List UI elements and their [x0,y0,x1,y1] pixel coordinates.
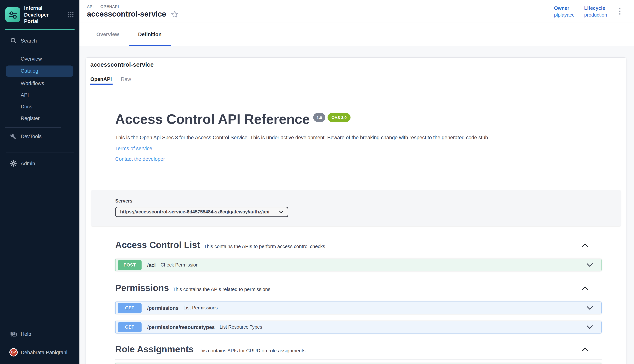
definition-card: accesscontrol-service OpenAPI Raw Access… [86,58,626,364]
api-description: This is the Open Api Spec 3 for the Acce… [115,134,602,141]
sidebar-divider [5,50,60,50]
sidebar-divider [5,127,60,128]
sidebar-item-admin[interactable]: Admin [0,158,80,169]
operation-path: /permissions [147,305,179,311]
api-title: Access Control API Reference [115,112,310,127]
tab-raw[interactable]: Raw [121,76,131,85]
sidebar-item-label: Docs [21,104,32,109]
sidebar-item-label: Register [21,115,40,121]
section-header[interactable]: Access Control List This contains the AP… [115,240,602,256]
chevron-up-icon[interactable] [582,348,588,352]
sidebar-item-label: DevTools [21,134,42,139]
method-badge: GET [118,322,142,332]
api-sections: Access Control List This contains the AP… [86,240,626,364]
operation-row[interactable]: GET /permissions/resourcetypes List Reso… [115,321,602,334]
entity-header-right: Owner plplayacc Lifecycle production [554,5,623,18]
entity-header-left: API — OPENAPI accesscontrol-service [87,4,178,18]
sidebar-item-devtools[interactable]: DevTools [0,130,80,142]
section-header[interactable]: Permissions This contains the APIs relat… [115,283,602,298]
help-label: Help [21,331,31,337]
sidebar-item-search[interactable]: Search [0,35,80,46]
owner-block: Owner plplayacc [554,5,574,18]
chevron-down-icon[interactable] [586,263,593,267]
section-permissions: Permissions This contains the APIs relat… [115,283,602,334]
app-launcher-icon[interactable] [68,12,74,18]
definition-sub-tabs: OpenAPI Raw [90,76,622,85]
sidebar-item-label: Workflows [21,80,44,86]
svg-text:?: ? [12,332,14,335]
method-badge: POST [118,260,142,270]
search-icon [10,37,17,44]
sidebar-item-label: Catalog [21,68,38,74]
operation-summary: List Resource Types [220,325,262,330]
api-badges: 1.0 OAS 3.0 [313,113,350,122]
sidebar: Internal Developer Portal Search [0,0,80,364]
api-info: Access Control API Reference 1.0 OAS 3.0… [86,112,626,162]
user-menu[interactable]: DP Debabrata Panigrahi [0,346,80,359]
wrench-icon [10,133,16,139]
page-title: accesscontrol-service [87,10,166,18]
section-header[interactable]: Role Assignments This contains APIs for … [115,344,602,360]
star-icon[interactable] [171,10,178,18]
owner-link[interactable]: plplayacc [554,12,574,18]
portal-logo [5,7,20,22]
servers-section: Servers https://accesscontrol-service-6d… [91,190,621,226]
lifecycle-value: production [584,12,607,18]
sidebar-bottom: ? Help DP Debabrata Panigrahi [0,328,80,364]
sidebar-item-label: API [21,92,29,98]
operation-summary: Check Permission [160,262,198,268]
sidebar-item-docs[interactable]: Docs [0,101,80,112]
chevron-up-icon[interactable] [582,286,588,290]
contact-developer-link[interactable]: Contact the developer [115,156,165,162]
breadcrumb: API — OPENAPI [87,4,178,9]
sidebar-item-catalog[interactable]: Catalog [6,65,74,76]
chevron-down-icon [279,210,284,214]
help-chat-icon: ? [10,331,17,337]
sidebar-item-label: Search [21,38,37,44]
main-area: API — OPENAPI accesscontrol-service Owne… [80,0,634,364]
operation-path: /permissions/resourcetypes [147,324,215,330]
card-head: accesscontrol-service OpenAPI Raw [86,58,626,85]
user-name: Debabrata Panigrahi [21,350,68,355]
sidebar-nav: Search Overview Catalog Workflows API Do… [0,30,80,169]
operation-row-partial[interactable] [115,363,602,364]
tab-definition[interactable]: Definition [129,23,171,46]
oas-badge: OAS 3.0 [328,113,350,122]
chevron-down-icon[interactable] [586,326,593,329]
section-title: Access Control List [115,240,200,250]
tab-overview[interactable]: Overview [86,23,129,46]
owner-label: Owner [554,5,574,11]
sidebar-item-api[interactable]: API [0,89,80,101]
content-area: accesscontrol-service OpenAPI Raw Access… [80,46,634,364]
sidebar-item-label: Admin [21,160,35,166]
operation-row[interactable]: GET /permissions List Permissions [115,302,602,314]
entity-tab-bar: Overview Definition [80,23,634,46]
server-url-select[interactable]: https://accesscontrol-service-6d45755484… [115,207,288,218]
chevron-down-icon[interactable] [586,306,593,310]
portal-title: Internal Developer Portal [24,5,64,25]
avatar: DP [10,348,18,356]
server-url: https://accesscontrol-service-6d45755484… [120,210,269,215]
sidebar-item-overview[interactable]: Overview [0,53,80,64]
tab-openapi[interactable]: OpenAPI [90,76,112,85]
logo-row: Internal Developer Portal [0,0,80,29]
operation-row[interactable]: POST /acl Check Permission [115,259,602,272]
more-options-icon[interactable] [617,6,623,16]
operation-path: /acl [147,262,156,268]
sidebar-item-register[interactable]: Register [0,112,80,124]
sidebar-item-workflows[interactable]: Workflows [0,77,80,89]
api-title-row: Access Control API Reference 1.0 OAS 3.0 [115,112,602,127]
chevron-up-icon[interactable] [582,243,588,247]
terms-of-service-link[interactable]: Terms of service [115,146,152,152]
sidebar-item-help[interactable]: ? Help [0,328,80,340]
gear-icon [10,160,16,166]
section-title: Role Assignments [115,344,194,355]
section-title: Permissions [115,283,169,294]
section-description: This contains APIs for CRUD on role assi… [198,348,306,354]
section-description: This contains the APIs related to permis… [172,287,270,292]
sidebar-item-label: Overview [21,56,42,62]
sidebar-spacer [0,169,80,328]
servers-label: Servers [115,198,621,204]
card-title: accesscontrol-service [90,61,622,68]
operation-summary: List Permissions [184,306,218,311]
